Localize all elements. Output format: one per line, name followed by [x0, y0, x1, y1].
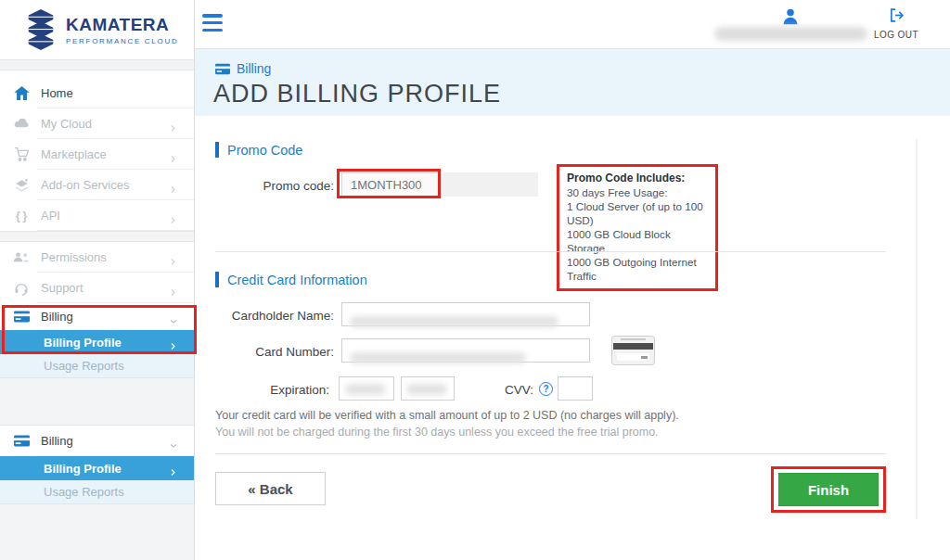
- support-icon: [12, 280, 31, 297]
- chevron-down-icon: [169, 437, 178, 446]
- sidebar-item-addon-services[interactable]: Add-on Services: [0, 170, 194, 200]
- redacted-value: [350, 316, 558, 327]
- logout-label: LOG OUT: [873, 30, 919, 40]
- expiration-year-field-wrap: [401, 376, 455, 401]
- back-button[interactable]: « Back: [215, 472, 326, 505]
- user-icon[interactable]: [781, 7, 800, 26]
- redacted-value: [345, 384, 386, 395]
- topbar: LOG OUT: [195, 0, 950, 48]
- cardholder-name-field-wrap: [341, 302, 590, 326]
- sidebar-item-billing-profile-2[interactable]: Billing Profile: [0, 456, 194, 480]
- chevron-down-icon: [169, 312, 178, 322]
- chevron-right-icon: [169, 337, 178, 347]
- promo-includes-line: 1 Cloud Server (of up to 100 USD): [567, 199, 708, 227]
- sidebar-item-api[interactable]: { } API: [0, 200, 194, 231]
- promo-includes-title: Promo Code Includes:: [567, 172, 708, 185]
- sidebar-item-usage-reports[interactable]: Usage Reports: [0, 354, 194, 377]
- cart-icon: [12, 146, 31, 163]
- sidebar-item-label: Add-on Services: [41, 178, 129, 192]
- chevron-right-icon: [169, 150, 178, 159]
- sidebar-item-billing-2[interactable]: Billing: [0, 426, 194, 456]
- section-accent-bar: [215, 272, 219, 287]
- addon-services-icon: [12, 177, 31, 194]
- credit-card-section-title: Credit Card Information: [227, 273, 367, 287]
- sidebar-gap: [0, 377, 194, 426]
- chevron-right-icon: [169, 120, 178, 129]
- sidebar-item-label: Marketplace: [41, 147, 107, 161]
- logout-button[interactable]: LOG OUT: [873, 7, 919, 40]
- sidebar-divider-strip: [0, 59, 194, 70]
- sidebar-divider-strip: [0, 231, 194, 242]
- sidebar-item-label: Billing: [41, 310, 73, 324]
- chevron-right-icon: [169, 253, 178, 262]
- expiration-label: Expiration:: [213, 383, 329, 397]
- redacted-value: [406, 384, 447, 395]
- logo-text: KAMATERA PERFORMANCE CLOUD: [66, 15, 178, 45]
- kamatera-logo-icon: [24, 8, 58, 51]
- scrollbar-track[interactable]: [916, 139, 918, 519]
- chevron-right-icon: [169, 284, 178, 293]
- sidebar-item-label: Billing Profile: [44, 462, 122, 476]
- sidebar-item-my-cloud[interactable]: My Cloud: [0, 108, 194, 139]
- sidebar-item-label: My Cloud: [41, 117, 92, 131]
- promo-includes-line: 30 days Free Usage:: [567, 185, 708, 199]
- api-icon: { }: [12, 208, 31, 224]
- permissions-icon: [12, 249, 31, 266]
- sidebar-item-label: Permissions: [41, 250, 107, 264]
- sidebar-item-home[interactable]: Home: [0, 78, 194, 108]
- section-divider: [215, 251, 886, 252]
- sidebar: KAMATERA PERFORMANCE CLOUD Home My Cloud: [0, 0, 195, 560]
- home-icon: [12, 85, 31, 102]
- cloud-icon: [12, 116, 31, 133]
- brand-tagline: PERFORMANCE CLOUD: [66, 37, 178, 45]
- verification-note: Your credit card will be verified with a…: [215, 409, 679, 422]
- cvv-input[interactable]: [558, 377, 592, 400]
- credit-card-graphic-icon: [611, 336, 655, 365]
- promo-includes-line: 1000 GB Outgoing Internet Traffic: [567, 255, 708, 283]
- breadcrumb[interactable]: Billing: [215, 61, 271, 76]
- promo-field-extension: [443, 172, 538, 197]
- promo-code-label: Promo code:: [213, 179, 334, 193]
- card-number-label: Card Number:: [213, 345, 334, 359]
- section-accent-bar: [215, 142, 219, 158]
- sidebar-item-billing-profile[interactable]: Billing Profile: [0, 330, 194, 354]
- page-header: Billing ADD BILLING PROFILE: [195, 48, 950, 116]
- sidebar-item-label: Usage Reports: [44, 359, 124, 373]
- cvv-field-wrap: [558, 376, 593, 401]
- footer-divider: [215, 453, 886, 454]
- chevron-right-icon: [169, 211, 178, 221]
- brand-name: KAMATERA: [66, 15, 178, 35]
- cardholder-name-label: Cardholder Name:: [213, 309, 334, 323]
- sidebar-item-label: API: [41, 209, 60, 223]
- kamatera-logo[interactable]: KAMATERA PERFORMANCE CLOUD: [0, 0, 194, 59]
- hamburger-menu-icon[interactable]: [202, 14, 223, 32]
- main-content: Promo Code Promo code: Promo Code Includ…: [195, 116, 950, 560]
- redacted-value: [350, 352, 526, 363]
- billing-icon: [12, 433, 31, 450]
- promo-includes-box: Promo Code Includes: 30 days Free Usage:…: [557, 164, 718, 291]
- sidebar-item-support[interactable]: Support: [0, 273, 194, 303]
- sidebar-item-billing[interactable]: Billing: [0, 303, 194, 330]
- sidebar-gap: [0, 503, 194, 560]
- promo-code-field-wrap: [341, 172, 440, 197]
- promo-code-input[interactable]: [342, 173, 439, 196]
- logout-icon: [889, 7, 905, 23]
- user-email-redacted: [714, 27, 867, 41]
- sidebar-item-permissions[interactable]: Permissions: [0, 242, 194, 273]
- breadcrumb-label: Billing: [237, 61, 271, 76]
- cvv-label: CVV:: [473, 383, 533, 397]
- sidebar-item-usage-reports-2[interactable]: Usage Reports: [0, 480, 194, 503]
- chevron-right-icon: [169, 181, 178, 190]
- expiration-month-field-wrap: [339, 376, 394, 401]
- billing-icon: [12, 309, 31, 325]
- finish-button[interactable]: Finish: [778, 473, 879, 506]
- promo-section-heading: Promo Code: [215, 142, 302, 158]
- kamatera-console: KAMATERA PERFORMANCE CLOUD Home My Cloud: [0, 0, 950, 560]
- chevron-right-icon: [169, 464, 178, 473]
- card-number-field-wrap: [341, 338, 590, 363]
- sidebar-item-marketplace[interactable]: Marketplace: [0, 139, 194, 170]
- sidebar-item-label: Support: [41, 281, 83, 295]
- page-title: ADD BILLING PROFILE: [213, 80, 501, 108]
- trial-note: You will not be charged during the first…: [215, 426, 659, 439]
- cvv-help-icon[interactable]: ?: [539, 382, 553, 396]
